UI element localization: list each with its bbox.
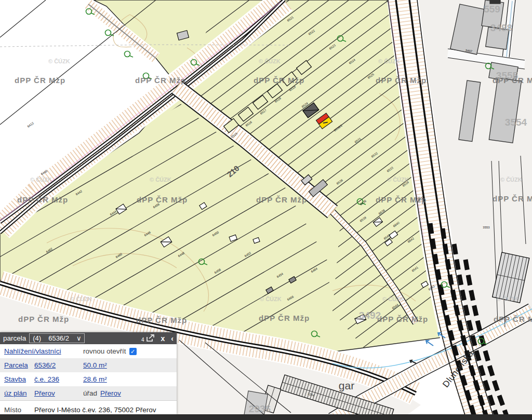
collapse-icon[interactable]: ‹	[171, 335, 174, 342]
row-uzplan: úz plán Přerov úřad Přerov	[0, 386, 177, 400]
dpp-watermark: dPP ČR Mžp	[377, 315, 428, 323]
dpp-watermark: dPP ČR Mžp	[494, 315, 532, 323]
share-icon[interactable]	[146, 334, 155, 342]
urad-label: úřad	[83, 389, 97, 397]
parcel-count: (4)	[33, 334, 41, 342]
stavba-number-link[interactable]: č.e. 236	[34, 375, 59, 383]
parcela-number-link[interactable]: 6536/2	[34, 361, 56, 369]
chevron-down-icon: ∨	[76, 334, 82, 342]
dpp-watermark: dPP ČR Mžp	[17, 195, 68, 204]
copyright-watermark: © ČÚZK	[259, 58, 281, 64]
big-parcel-number: 3555	[496, 70, 518, 81]
dpp-watermark: dPP ČR Mžp	[137, 195, 188, 204]
parcela-area-link[interactable]: 50.0 m²	[83, 361, 107, 369]
stavba-area-link[interactable]: 28.6 m²	[83, 375, 107, 383]
copyright-watermark: © ČÚZK	[48, 58, 70, 64]
copyright-watermark: © ČÚZK	[500, 177, 522, 183]
urad-city-link[interactable]: Přerov	[100, 389, 121, 397]
misto-value: Přerov I-Město č.ev. 236, 75002 Přerov	[34, 406, 156, 414]
stavba-link[interactable]: Stavba	[4, 375, 26, 383]
nahlizeni-link[interactable]: Nahlížení/vlastníci	[4, 347, 61, 355]
big-parcel-number: 2936	[249, 403, 271, 414]
dpp-watermark: dPP ČR Mžp	[18, 315, 69, 323]
bottom-bar	[0, 414, 532, 420]
row-parcela: Parcela 6536/2 50.0 m²	[0, 358, 177, 372]
copyright-watermark: © ČÚZK	[70, 296, 92, 302]
parcel-select-dropdown[interactable]: (4) 6536/2 ∨	[29, 333, 85, 343]
rovnou-otevrit-label: rovnou otevřít	[83, 347, 126, 355]
dpp-watermark: dPP ČR Mžp	[15, 76, 65, 85]
copyright-watermark: © ČÚZK	[382, 296, 404, 302]
cadastral-map-app: { "panel": { "header": { "title": "parce…	[0, 0, 532, 420]
panel-header: parcela (4) 6536/2 ∨ 4 x ‹	[0, 332, 177, 344]
big-parcel-number: 3492	[359, 310, 381, 321]
close-icon[interactable]: x	[161, 335, 165, 342]
garage-area-label: gar	[339, 380, 354, 391]
parcel-info-panel: parcela (4) 6536/2 ∨ 4 x ‹ Nahlížení/vla…	[0, 332, 177, 414]
dpp-watermark: dPP ČR Mžp	[259, 314, 310, 322]
panel-title: parcela	[3, 334, 26, 342]
big-parcel-number: 3498	[490, 22, 512, 33]
dpp-watermark: dPP ČR Mžp	[256, 195, 307, 204]
copyright-watermark: © ČÚZK	[150, 177, 171, 183]
dpp-watermark: dPP ČR Mžp	[135, 76, 186, 85]
big-parcel-number: 3554	[505, 117, 527, 128]
parcel-number-label: 3553	[483, 226, 490, 229]
dpp-watermark: dPP ČR Mžp	[376, 76, 427, 85]
copyright-watermark: © ČÚZK	[260, 296, 282, 302]
copyright-watermark: © ČÚZK	[378, 58, 400, 64]
copyright-watermark: © ČÚZK	[30, 177, 52, 183]
big-parcel-number: 559	[484, 4, 500, 15]
misto-label: Místo	[4, 406, 34, 414]
dpp-watermark: dPP ČR Mžp	[136, 316, 187, 324]
row-nahlizeni: Nahlížení/vlastníci rovnou otevřít ✓	[0, 344, 177, 358]
copyright-watermark: © ČÚZK	[497, 296, 518, 302]
rovnou-otevrit-checkbox[interactable]: ✓	[129, 348, 137, 355]
parcel-selected-number: 6536/2	[48, 334, 69, 342]
share-count-badge: 4	[141, 337, 144, 343]
dpp-watermark: dPP ČR Mžp	[254, 76, 304, 85]
row-stavba: Stavba č.e. 236 28.6 m²	[0, 372, 177, 386]
parcela-link[interactable]: Parcela	[4, 361, 28, 369]
dpp-watermark: dPP ČR Mžp	[493, 194, 532, 203]
uzplan-city-link[interactable]: Přerov	[34, 389, 55, 397]
uzplan-link[interactable]: úz plán	[4, 389, 27, 397]
